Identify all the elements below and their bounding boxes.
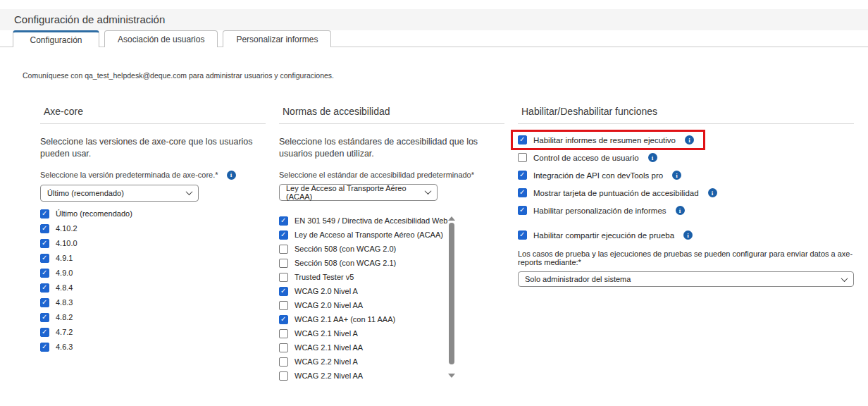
tab-label: Asociación de usuarios bbox=[118, 35, 204, 44]
feature-row[interactable]: Control de acceso de usuario bbox=[518, 153, 660, 162]
checkbox[interactable] bbox=[40, 298, 49, 307]
checkbox-label: Mostrar tarjeta de puntuación de accesib… bbox=[533, 189, 699, 197]
checkbox[interactable] bbox=[279, 230, 288, 240]
checkbox-row[interactable]: WCAG 2.1 Nivel A bbox=[279, 329, 457, 338]
checkbox-row[interactable]: WCAG 2.0 Nivel A bbox=[279, 287, 457, 296]
info-icon[interactable] bbox=[708, 188, 717, 197]
checkbox-label: Habilitar compartir ejecución de prueba bbox=[533, 231, 674, 240]
checkbox-row[interactable]: WCAG 2.2 Nivel AA bbox=[279, 371, 457, 381]
info-icon[interactable] bbox=[648, 153, 657, 162]
checkbox[interactable] bbox=[279, 329, 288, 338]
standards-list-wrap: EN 301 549 / Directiva de Accesibilidad … bbox=[279, 216, 457, 381]
scroll-up-icon[interactable] bbox=[448, 216, 455, 221]
info-icon[interactable] bbox=[227, 171, 236, 180]
checkbox-row[interactable]: Trusted Tester v5 bbox=[279, 273, 457, 282]
info-icon[interactable] bbox=[676, 206, 685, 215]
checkbox[interactable] bbox=[279, 273, 288, 282]
default-version-label: Seleccione la versión predeterminada de … bbox=[40, 171, 218, 179]
checkbox[interactable] bbox=[518, 153, 527, 162]
chevron-down-icon bbox=[841, 275, 848, 282]
checkbox[interactable] bbox=[279, 287, 288, 296]
checkbox-label: 4.8.4 bbox=[56, 283, 73, 292]
checkbox[interactable] bbox=[518, 230, 527, 240]
checkbox-row[interactable]: 4.8.4 bbox=[40, 283, 266, 293]
default-version-select[interactable]: Último (recomendado) bbox=[40, 185, 199, 202]
checkbox-label: Habilitar informes de resumen ejecutivo bbox=[533, 136, 676, 144]
checkbox[interactable] bbox=[518, 206, 527, 215]
features-section: Habilitar/Deshabilitar funciones Habilit… bbox=[518, 106, 854, 386]
checkbox-row[interactable]: 4.8.3 bbox=[40, 298, 266, 307]
default-standard-select[interactable]: Ley de Acceso al Transporte Aéreo (ACAA) bbox=[279, 184, 438, 201]
checkbox[interactable] bbox=[279, 245, 288, 254]
checkbox[interactable] bbox=[279, 371, 288, 381]
checkbox-label: WCAG 2.2 Nivel A bbox=[294, 357, 358, 366]
feature-row[interactable]: Mostrar tarjeta de puntuación de accesib… bbox=[518, 188, 720, 197]
checkbox-row[interactable]: 4.7.2 bbox=[40, 328, 266, 337]
checkbox-row[interactable]: 4.8.2 bbox=[40, 313, 266, 322]
chevron-down-icon bbox=[425, 187, 432, 195]
checkbox[interactable] bbox=[40, 209, 49, 219]
default-version-label-row: Seleccione la versión predeterminada de … bbox=[40, 171, 266, 180]
checkbox[interactable] bbox=[518, 188, 527, 197]
checkbox[interactable] bbox=[279, 315, 288, 324]
checkbox[interactable] bbox=[279, 343, 288, 352]
checkbox-row[interactable]: 4.9.0 bbox=[40, 269, 266, 278]
default-standard-value: Ley de Acceso al Transporte Aéreo (ACAA) bbox=[286, 184, 426, 201]
checkbox-row[interactable]: 4.6.3 bbox=[40, 343, 266, 352]
scroll-down-icon[interactable] bbox=[448, 374, 455, 378]
checkbox-row[interactable]: 4.10.2 bbox=[40, 224, 266, 233]
feature-row[interactable]: Habilitar personalización de informes bbox=[518, 206, 688, 215]
tab[interactable]: Configuración bbox=[13, 30, 99, 47]
checkbox-row[interactable]: Sección 508 (con WCAG 2.0) bbox=[279, 245, 457, 254]
checkbox-row[interactable]: WCAG 2.1 Nivel AA bbox=[279, 343, 457, 352]
checkbox[interactable] bbox=[518, 171, 527, 180]
checkbox-label: 4.8.3 bbox=[56, 298, 73, 307]
tab[interactable]: Personalizar informes bbox=[223, 30, 331, 47]
standards-list: EN 301 549 / Directiva de Accesibilidad … bbox=[279, 216, 457, 381]
page-header: Configuración de administración bbox=[0, 9, 868, 30]
checkbox-label: 4.10.0 bbox=[56, 239, 78, 247]
info-icon[interactable] bbox=[683, 230, 693, 240]
checkbox[interactable] bbox=[279, 357, 288, 367]
chevron-down-icon bbox=[186, 188, 193, 195]
checkbox[interactable] bbox=[40, 269, 49, 278]
feature-row[interactable]: Integración de API con devTools pro bbox=[518, 171, 684, 180]
checkbox[interactable] bbox=[279, 216, 288, 226]
checkbox-row[interactable]: WCAG 2.2 Nivel A bbox=[279, 357, 457, 367]
checkbox[interactable] bbox=[279, 301, 288, 310]
standards-section: Normas de accesibilidad Seleccione los e… bbox=[279, 106, 504, 386]
checkbox-row[interactable]: Sección 508 (con WCAG 2.1) bbox=[279, 259, 457, 268]
default-version-value: Último (recomendado) bbox=[47, 189, 124, 197]
features-list: Habilitar informes de resumen ejecutivo … bbox=[518, 135, 854, 240]
tab[interactable]: Asociación de usuarios bbox=[104, 30, 218, 47]
checkbox[interactable] bbox=[40, 224, 49, 233]
checkbox[interactable] bbox=[40, 343, 49, 352]
checkbox[interactable] bbox=[40, 239, 49, 248]
scrollbar-thumb[interactable] bbox=[449, 223, 454, 364]
checkbox-label: Habilitar personalización de informes bbox=[533, 207, 666, 215]
feature-row[interactable]: Habilitar informes de resumen ejecutivo bbox=[518, 135, 697, 144]
routing-select[interactable]: Solo administrador del sistema bbox=[518, 271, 854, 287]
checkbox-row[interactable]: 4.10.0 bbox=[40, 239, 266, 248]
checkbox[interactable] bbox=[40, 283, 49, 293]
checkbox[interactable] bbox=[279, 259, 288, 268]
checkbox-label: 4.6.3 bbox=[56, 343, 73, 351]
checkbox[interactable] bbox=[40, 328, 49, 337]
scrollbar-track[interactable] bbox=[447, 223, 457, 371]
feature-row[interactable]: Habilitar compartir ejecución de prueba bbox=[518, 230, 695, 240]
checkbox-row[interactable]: EN 301 549 / Directiva de Accesibilidad … bbox=[279, 216, 457, 226]
info-icon[interactable] bbox=[672, 171, 681, 180]
checkbox-row[interactable]: Último (recomendado) bbox=[40, 209, 266, 219]
scrollbar[interactable] bbox=[447, 216, 457, 378]
checkbox-row[interactable]: Ley de Acceso al Transporte Aéreo (ACAA) bbox=[279, 230, 457, 240]
default-standard-label: Seleccione el estándar de accesibilidad … bbox=[279, 171, 474, 179]
checkbox-label: 4.9.0 bbox=[56, 269, 73, 277]
checkbox-row[interactable]: WCAG 2.0 Nivel AA bbox=[279, 301, 457, 310]
info-icon[interactable] bbox=[685, 135, 694, 144]
checkbox[interactable] bbox=[40, 254, 49, 263]
checkbox[interactable] bbox=[518, 135, 527, 144]
checkbox[interactable] bbox=[40, 313, 49, 322]
checkbox-row[interactable]: 4.9.1 bbox=[40, 254, 266, 263]
tab-bar: Configuración Asociación de usuarios Per… bbox=[0, 30, 868, 47]
checkbox-row[interactable]: WCAG 2.1 AA+ (con 11 AAA) bbox=[279, 315, 457, 324]
